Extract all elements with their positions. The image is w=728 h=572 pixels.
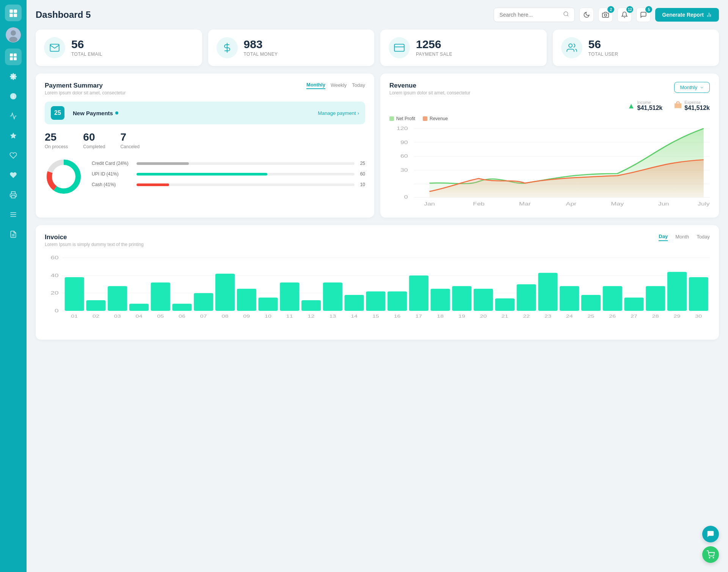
sidebar-item-print[interactable] xyxy=(5,186,22,203)
bar-item[interactable] xyxy=(323,282,342,311)
x-label: 27 xyxy=(631,314,637,318)
bar-item[interactable] xyxy=(495,298,515,311)
tab-weekly[interactable]: Weekly xyxy=(331,82,347,89)
x-label: 01 xyxy=(71,314,78,318)
bar-item[interactable] xyxy=(151,282,170,311)
svg-text:May: May xyxy=(611,201,624,206)
bell-button[interactable]: 12 xyxy=(617,8,632,22)
floating-buttons xyxy=(702,526,719,563)
bar-item[interactable] xyxy=(581,295,601,311)
expense-item: Expense $41,512k xyxy=(674,100,710,111)
svg-text:90: 90 xyxy=(400,140,408,145)
svg-text:Jun: Jun xyxy=(658,201,669,206)
expense-value: $41,512k xyxy=(684,105,710,111)
bar-item[interactable] xyxy=(258,298,278,311)
progress-list: Credit Card (24%) 25 UPI ID (41%) 60 xyxy=(92,161,365,193)
svg-text:40: 40 xyxy=(50,273,58,278)
camera-button[interactable]: 2 xyxy=(598,8,613,22)
bar-item[interactable] xyxy=(129,304,149,311)
bar-item[interactable] xyxy=(215,274,235,311)
bar-item[interactable] xyxy=(560,286,579,311)
avatar[interactable] xyxy=(6,27,21,42)
x-label: 29 xyxy=(674,314,681,318)
bar-item[interactable] xyxy=(646,286,665,311)
invoice-tab-month[interactable]: Month xyxy=(675,234,689,241)
sidebar-item-analytics[interactable] xyxy=(5,108,22,124)
metric-completed: 60 Completed xyxy=(83,131,105,149)
sidebar-item-favorites[interactable] xyxy=(5,127,22,144)
invoice-tab-day[interactable]: Day xyxy=(659,234,668,241)
x-label: 19 xyxy=(458,314,465,318)
bar-item[interactable] xyxy=(474,289,493,311)
search-input[interactable] xyxy=(499,12,560,18)
bar-item[interactable] xyxy=(301,300,321,311)
user-icon xyxy=(561,37,582,58)
sidebar-item-doc[interactable] xyxy=(5,226,22,243)
bar-item[interactable] xyxy=(388,291,407,311)
invoice-tab-today[interactable]: Today xyxy=(697,234,710,241)
bar-item[interactable] xyxy=(624,298,643,311)
invoice-title: Invoice xyxy=(45,234,144,241)
payment-summary-card: Payment Summary Lorem ipsum dolor sit am… xyxy=(36,74,374,218)
x-label: 11 xyxy=(286,314,293,318)
bar-item[interactable] xyxy=(452,286,471,311)
search-icon xyxy=(563,11,569,19)
svg-text:Feb: Feb xyxy=(473,201,485,206)
progress-upi: UPI ID (41%) 60 xyxy=(92,171,365,177)
chat-button[interactable]: 5 xyxy=(636,8,651,22)
x-label: 25 xyxy=(588,314,595,318)
bar-item[interactable] xyxy=(431,289,450,311)
invoice-x-labels: 0102030405060708091011121314151617181920… xyxy=(71,314,702,318)
sidebar-item-heart-filled[interactable] xyxy=(5,167,22,183)
x-label: 16 xyxy=(394,314,401,318)
sidebar-item-settings[interactable] xyxy=(5,68,22,85)
bar-item[interactable] xyxy=(603,286,622,311)
progress-fill-cash xyxy=(136,183,169,186)
invoice-subtitle: Lorem Ipsum is simply dummy text of the … xyxy=(45,242,144,247)
bar-item[interactable] xyxy=(366,291,385,311)
legend-revenue: Revenue xyxy=(423,116,448,121)
sidebar-item-dashboard[interactable] xyxy=(5,49,22,65)
bar-item[interactable] xyxy=(108,286,127,311)
bar-item[interactable] xyxy=(86,300,105,311)
tab-monthly[interactable]: Monthly xyxy=(306,82,325,89)
x-label: 05 xyxy=(157,314,164,318)
tab-today[interactable]: Today xyxy=(352,82,365,89)
sidebar-logo[interactable] xyxy=(5,5,22,21)
payment-tabs: Monthly Weekly Today xyxy=(306,82,365,89)
stat-label-email: TOTAL EMAIL xyxy=(71,52,102,57)
svg-text:20: 20 xyxy=(50,290,58,295)
chat-float-button[interactable] xyxy=(702,526,719,542)
bar-item[interactable] xyxy=(409,276,428,311)
stat-value-payment: 1256 xyxy=(416,39,452,50)
bar-item[interactable] xyxy=(65,277,84,311)
invoice-bar-chart: 60 40 20 0 01020304050607080910111213141… xyxy=(45,254,710,330)
bar-item[interactable] xyxy=(517,284,536,311)
svg-text:Jan: Jan xyxy=(424,201,435,206)
revenue-card: Revenue Lorem ipsum dolor sit amet, cons… xyxy=(380,74,719,218)
revenue-filter-button[interactable]: Monthly xyxy=(674,82,710,93)
bar-item[interactable] xyxy=(538,273,557,311)
sidebar-item-list[interactable] xyxy=(5,206,22,223)
payment-details: Credit Card (24%) 25 UPI ID (41%) 60 xyxy=(45,158,365,196)
svg-point-21 xyxy=(564,12,568,16)
manage-payment-link[interactable]: Manage payment › xyxy=(318,110,359,116)
bar-item[interactable] xyxy=(172,304,191,311)
sidebar-item-info[interactable] xyxy=(5,88,22,105)
svg-text:Apr: Apr xyxy=(566,201,576,206)
bar-item[interactable] xyxy=(194,293,213,311)
bar-item[interactable] xyxy=(280,282,299,311)
theme-toggle-button[interactable] xyxy=(579,8,594,22)
sidebar-item-heart-outline[interactable] xyxy=(5,147,22,164)
svg-point-6 xyxy=(9,37,17,42)
stat-value-email: 56 xyxy=(71,39,102,50)
progress-fill-credit xyxy=(136,162,189,165)
bar-item[interactable] xyxy=(689,277,708,311)
cart-float-button[interactable] xyxy=(702,546,719,563)
bar-item[interactable] xyxy=(237,289,256,311)
bar-item[interactable] xyxy=(345,295,364,311)
generate-report-button[interactable]: Generate Report xyxy=(655,8,719,22)
bar-item[interactable] xyxy=(667,272,687,311)
income-item: ▲ Income $41,512k xyxy=(628,100,663,111)
sidebar xyxy=(0,0,27,572)
